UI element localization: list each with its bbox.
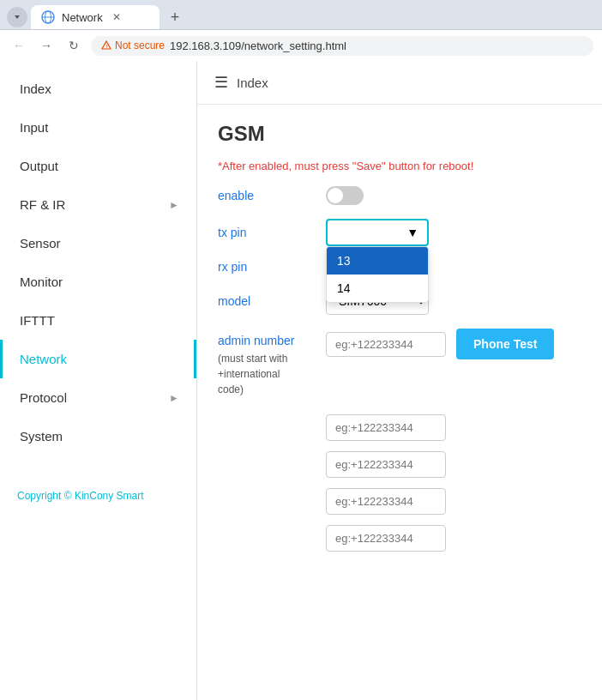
tab-close-button[interactable]: ✕ [110, 10, 123, 24]
browser-chrome: Network ✕ + ← → ↻ ! Not secure 192.168.3… [0, 0, 602, 700]
globe-icon [41, 10, 55, 24]
admin-label-group: admin number (must start with+internatio… [218, 329, 312, 397]
enable-label: enable [218, 189, 312, 202]
rx-pin-label: rx pin [218, 260, 312, 274]
sidebar-item-network[interactable]: Network [0, 340, 196, 378]
sidebar-item-monitor[interactable]: Monitor [0, 262, 196, 301]
tx-pin-label: tx pin [218, 226, 312, 239]
tx-pin-option-14[interactable]: 14 [327, 275, 428, 302]
active-indicator [194, 340, 196, 378]
sidebar: Index Input Output RF & IR ► Sensor Moni… [0, 61, 197, 700]
sidebar-item-sensor[interactable]: Sensor [0, 224, 196, 262]
extra-input-2[interactable] [326, 451, 446, 478]
svg-marker-0 [15, 15, 20, 19]
chevron-right-icon: ► [169, 199, 179, 211]
new-tab-button[interactable]: + [163, 5, 187, 29]
tab-bar: Network ✕ + [0, 0, 602, 29]
tx-pin-dropdown[interactable]: ▼ 13 14 [326, 219, 429, 246]
enable-row: enable [218, 186, 581, 205]
sidebar-item-ifttt[interactable]: IFTTT [0, 301, 196, 340]
toggle-knob [328, 188, 343, 203]
tx-pin-trigger[interactable]: ▼ [326, 219, 429, 246]
dropdown-chevron-icon: ▼ [406, 226, 418, 239]
tab-dropdown[interactable] [7, 7, 27, 27]
hamburger-icon[interactable]: ☰ [214, 73, 228, 92]
tx-pin-row: tx pin ▼ 13 14 [218, 219, 581, 246]
sidebar-item-input[interactable]: Input [0, 108, 196, 147]
reload-button[interactable]: ↻ [63, 35, 84, 56]
address-url: 192.168.3.109/network_setting.html [170, 39, 346, 52]
security-warning: ! Not secure [101, 39, 165, 51]
header-title: Index [237, 75, 268, 90]
extra-input-4[interactable] [326, 525, 446, 552]
extra-input-3[interactable] [326, 488, 446, 515]
sidebar-copyright: Copyright © KinCony Smart [0, 473, 196, 519]
admin-number-label: admin number [218, 329, 312, 347]
enable-toggle[interactable] [326, 186, 364, 205]
extra-input-1[interactable] [326, 414, 446, 441]
svg-text:!: ! [106, 44, 108, 50]
extra-inputs [326, 414, 581, 552]
address-bar: ← → ↻ ! Not secure 192.168.3.109/network… [0, 29, 602, 61]
sidebar-item-output[interactable]: Output [0, 147, 196, 185]
back-button[interactable]: ← [9, 35, 29, 56]
phone-test-button[interactable]: Phone Test [456, 329, 554, 359]
admin-input-group: Phone Test [326, 329, 554, 359]
warning-icon: ! [101, 40, 111, 51]
sidebar-item-rf-ir[interactable]: RF & IR ► [0, 185, 196, 224]
content-area: GSM *After enabled, must press "Save" bu… [197, 105, 602, 569]
section-title: GSM [218, 122, 581, 146]
model-label: model [218, 294, 312, 308]
admin-number-input[interactable] [326, 332, 446, 357]
sidebar-item-protocol[interactable]: Protocol ► [0, 378, 196, 417]
admin-number-sub: (must start with+internationalcode) [218, 351, 312, 397]
main-header: ☰ Index [197, 61, 602, 105]
tx-pin-option-13[interactable]: 13 [327, 247, 428, 275]
main-content: ☰ Index GSM *After enabled, must press "… [197, 61, 602, 700]
sidebar-item-index[interactable]: Index [0, 69, 196, 108]
active-tab[interactable]: Network ✕ [31, 5, 160, 29]
warning-text: *After enabled, must press "Save" button… [218, 160, 581, 172]
admin-number-row: admin number (must start with+internatio… [218, 329, 581, 397]
forward-button[interactable]: → [36, 35, 57, 56]
page-wrapper: Index Input Output RF & IR ► Sensor Moni… [0, 61, 602, 700]
sidebar-item-system[interactable]: System [0, 417, 196, 456]
tx-pin-list: 13 14 [326, 246, 429, 303]
tab-title: Network [62, 11, 103, 24]
address-field[interactable]: ! Not secure 192.168.3.109/network_setti… [91, 36, 593, 56]
chevron-right-icon-protocol: ► [169, 392, 179, 404]
